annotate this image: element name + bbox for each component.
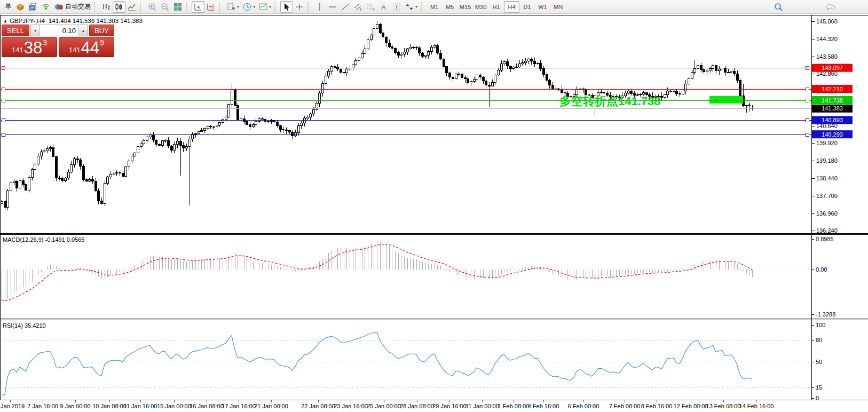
timeframe-H1-button[interactable]: H1 [488,1,504,13]
search-icon [774,2,783,12]
timeframe-MN-button[interactable]: MN [550,1,566,13]
time-axis-label: 17 Jan 16:00 [222,403,256,409]
zoom-out-button[interactable] [159,1,171,13]
zoom-in-button[interactable] [146,1,159,13]
signals-button[interactable] [40,1,52,13]
buy-price-sup: 9 [100,38,104,47]
auto-scroll-icon [206,2,216,12]
toolbar-separator [140,2,144,12]
one-click-trading-panel: SELL ▼ 0.10 ▲ BUY 141383 141449 [2,25,114,57]
market-watch-button[interactable] [14,1,27,13]
templates-icon [258,2,268,12]
trendline-button[interactable] [339,1,352,13]
timeframe-M5-label: M5 [446,4,454,10]
equidistant-channel-icon: E [353,2,363,12]
chart-annotation-text[interactable]: 多空转折点141.738 [559,94,661,108]
new-order-button[interactable]: ▾ [225,1,241,13]
line-handle[interactable] [2,99,5,102]
buy-price-big: 44 [81,40,99,56]
text-button[interactable]: A [377,1,390,13]
new-chart-button[interactable] [27,1,40,13]
arrows-button[interactable]: ▾ [403,1,419,13]
fibonacci-button[interactable]: F [365,1,377,13]
dropdown-caret-icon[interactable]: ▾ [237,4,239,9]
sell-button[interactable]: SELL [2,25,29,36]
line-handle[interactable] [806,118,809,122]
time-axis-label: 7 Feb 08:00 [609,403,641,409]
indicator-axis-label: 0.8985 [816,236,834,242]
text-label-button[interactable]: T [390,1,403,13]
line-handle[interactable] [2,88,5,91]
indicator-axis-label: 15 [816,384,822,391]
search-button[interactable] [772,1,785,13]
volume-decrease-icon[interactable]: ▼ [31,25,40,36]
vertical-line-button[interactable] [313,1,326,13]
price-badge-value: 140.893 [822,117,843,123]
timeframe-M1-label: M1 [430,4,438,10]
chart-shift-button[interactable] [192,1,204,13]
svg-text:F: F [373,8,375,12]
candlestick-chart-button[interactable] [113,1,125,13]
buy-price[interactable]: 141449 [59,37,114,57]
timeframe-H4-button[interactable]: H4 [504,1,519,13]
main-toolbar: 单自动交易▾▾▾EFAT▾M1M5M15M30H1H4D1W1MN [0,0,868,14]
volume-input[interactable]: 0.10 [40,25,78,36]
timeframe-W1-button[interactable]: W1 [535,1,550,13]
dropdown-caret-icon[interactable]: ▾ [269,4,271,9]
horizontal-line-button[interactable] [326,1,339,13]
chart-shift-icon [193,2,203,12]
timeframe-M30-button[interactable]: M30 [473,1,488,13]
price-axis-label: 138.440 [816,175,838,181]
price-axis-label: 143.580 [816,53,838,60]
crosshair-button[interactable] [293,1,306,13]
price-chart[interactable]: 多空转折点141.738145.060144.320143.580142.860… [0,14,868,412]
text-icon: A [379,2,389,12]
line-chart-button[interactable] [125,1,138,13]
tile-windows-button[interactable] [171,1,184,13]
periods-button[interactable]: ▾ [241,1,257,13]
bar-chart-button[interactable] [100,1,113,13]
time-axis-label: 1 Feb 08:00 [498,403,530,409]
time-axis-label: 9 Jan 00:00 [60,403,91,409]
line-handle[interactable] [806,99,809,102]
highlight-rectangle[interactable] [709,96,743,104]
indicator-axis-label: 0.00 [816,266,827,273]
dropdown-caret-icon[interactable]: ▾ [415,4,417,9]
timeframe-M1-button[interactable]: M1 [427,1,442,13]
chart-area[interactable]: 多空转折点141.738145.060144.320143.580142.860… [0,14,868,412]
new-chart-icon [28,2,38,12]
periods-icon [242,2,252,12]
time-axis-label: 28 Jan 08:00 [400,403,434,409]
new-order-cn-button[interactable]: 单 [1,1,14,13]
sell-price[interactable]: 141383 [2,37,57,57]
sell-price-prefix: 141 [12,46,23,54]
autotrading-button[interactable]: 自动交易 [52,1,92,13]
timeframe-M15-button[interactable]: M15 [457,1,473,13]
cursor-button[interactable] [280,1,293,13]
market-watch-icon [15,2,25,12]
line-handle[interactable] [2,133,5,136]
equidistant-channel-button[interactable]: E [352,1,365,13]
line-handle[interactable] [806,133,809,136]
timeframe-M5-button[interactable]: M5 [442,1,457,13]
price-badge-value: 141.738 [822,97,843,104]
autotrading-label: 自动交易 [65,2,91,11]
price-badge-value: 142.210 [822,86,843,92]
timeframe-D1-button[interactable]: D1 [519,1,535,13]
line-handle[interactable] [806,66,809,69]
auto-scroll-button[interactable] [204,1,217,13]
dropdown-caret-icon[interactable]: ▾ [253,4,255,9]
buy-button[interactable]: BUY [89,25,114,36]
timeframe-D1-label: D1 [524,4,531,10]
ohlc-values: 141.404 141.536 141.303 141.383 [49,18,143,24]
collapse-chart-icon[interactable]: ▲ [3,19,7,23]
indicator-axis-label: 50 [816,359,822,365]
line-handle[interactable] [806,88,809,91]
price-badge-value: 140.293 [822,131,843,138]
time-axis-label: 13 Feb 08:00 [706,403,741,409]
chat-button[interactable] [824,1,837,13]
volume-increase-icon[interactable]: ▲ [78,25,88,36]
templates-button[interactable]: ▾ [257,1,273,13]
line-handle[interactable] [2,66,5,69]
line-handle[interactable] [2,118,5,122]
